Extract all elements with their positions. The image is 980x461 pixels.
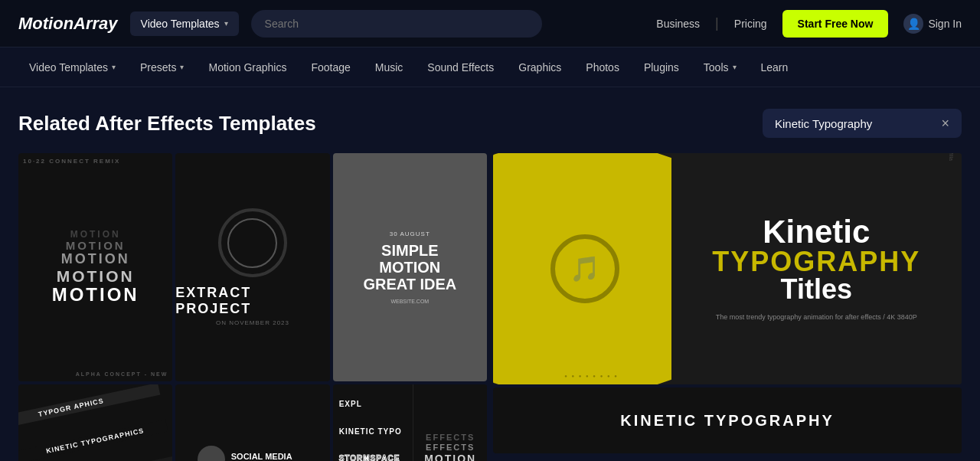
tools-label: Tools (704, 61, 729, 74)
motion-graphics-label: Motion Graphics (208, 61, 286, 74)
related-header: Related After Effects Templates Kinetic … (18, 109, 962, 138)
social-title: SOCIAL MEDIA (231, 452, 308, 461)
symbol-text: 🎵 (570, 254, 600, 283)
search-input[interactable] (251, 10, 542, 38)
kinetic-title-text: Kinetic (763, 216, 870, 248)
band-text: KINETIC TYPOGRAPHICS (18, 419, 168, 461)
chevron-down-icon: ▾ (224, 19, 228, 28)
top-nav: MotionArray Video Templates ▾ Business |… (0, 0, 980, 47)
chevron-down-icon: ▾ (112, 63, 116, 71)
inner-circle (227, 218, 277, 268)
simple-sub: WEBSITE.COM (363, 299, 456, 304)
watermark: TopografIlla (949, 153, 954, 161)
sidebar-item-graphics[interactable]: Graphics (508, 47, 572, 87)
search-chip[interactable]: Kinetic Typography × (763, 109, 962, 138)
video-templates-label: Video Templates (29, 61, 108, 74)
music-label: Music (375, 61, 403, 74)
photos-label: Photos (586, 61, 619, 74)
business-link[interactable]: Business (656, 18, 700, 30)
band-text: TYPOGR APHICS (18, 384, 161, 427)
sound-effects-label: Sound Effects (427, 61, 494, 74)
kinetic-bands: TYPOGR APHICS KINETIC TYPOGRAPHICS STORM… (18, 384, 172, 461)
page-title: Related After Effects Templates (18, 112, 316, 136)
sidebar-item-presets[interactable]: Presets ▾ (129, 47, 194, 87)
sidebar-item-footage[interactable]: Footage (300, 47, 361, 87)
user-icon: 👤 (903, 14, 923, 34)
secondary-nav: Video Templates ▾ Presets ▾ Motion Graph… (0, 47, 980, 87)
left-bottom-row: TYPOGR APHICS KINETIC TYPOGRAPHICS STORM… (18, 384, 487, 461)
dot-pattern: ● ● ● ● ● ● ● ● (493, 374, 690, 378)
date-top: 30 AUGUST (363, 230, 456, 237)
bottom-kt-content: KINETIC TYPOGRAPHY (493, 387, 962, 453)
pricing-link[interactable]: Pricing (734, 18, 767, 30)
kinetic-text-section: Kinetic TYPOGRAPHY Titles The most trend… (671, 153, 962, 384)
circle-icon: 🎵 (550, 234, 619, 303)
footage-label: Footage (311, 61, 350, 74)
template-thumbnail[interactable]: 30 AUGUST SIMPLEMOTIONGREAT IDEA WEBSITE… (333, 153, 487, 381)
sign-in-label: Sign In (928, 18, 962, 30)
kinetic-bottom-thumbnail[interactable]: KINETIC TYPOGRAPHY (493, 387, 962, 453)
effect-text: EFFECTS (426, 443, 475, 452)
start-free-button[interactable]: Start Free Now (782, 10, 889, 38)
circle-decoration (218, 208, 287, 277)
video-templates-dropdown[interactable]: Video Templates ▾ (130, 11, 239, 36)
sidebar-item-motion-graphics[interactable]: Motion Graphics (198, 47, 297, 87)
template-thumbnail[interactable]: SOCIAL MEDIA JESTER CRE • GRAND HOTEL (175, 384, 329, 461)
kinetic-typography-label: KINETIC TYPOGRAPHY (620, 412, 835, 430)
close-icon[interactable]: × (941, 116, 949, 130)
presets-label: Presets (140, 61, 176, 74)
social-text-block: SOCIAL MEDIA JESTER CRE • GRAND HOTEL (231, 452, 308, 462)
sidebar-item-video-templates[interactable]: Video Templates ▾ (18, 47, 126, 87)
sidebar-item-photos[interactable]: Photos (575, 47, 630, 87)
template-thumbnail[interactable]: 10·22 CONNECT REMIX MOTION MOTION MOTION… (18, 153, 172, 381)
kinetic-sub2-text: Titles (781, 276, 852, 303)
right-panel: 🎵 ● ● ● ● ● ● ● ● Kinetic TYPOGRAPHY Tit… (493, 153, 962, 461)
kinetic-subtitle-text: TYPOGRAPHY (712, 248, 920, 276)
effect-text: MOTION (424, 453, 476, 462)
left-panel: 10·22 CONNECT REMIX MOTION MOTION MOTION… (18, 153, 487, 461)
logo[interactable]: MotionArray (18, 14, 118, 34)
graphics-label: Graphics (518, 61, 561, 74)
template-thumbnail[interactable]: EXPL KINETIC TYPO STORMSPACE APICS 30 AU… (333, 384, 487, 461)
top-nav-right: Business | Pricing Start Free Now 👤 Sign… (656, 10, 962, 38)
simple-text: 30 AUGUST SIMPLEMOTIONGREAT IDEA WEBSITE… (363, 230, 456, 304)
sidebar-item-music[interactable]: Music (364, 47, 414, 87)
chevron-down-icon: ▾ (733, 63, 737, 71)
effects-column: EFFECTS EFFECTS MOTION EFFECTS EVENT TYP… (413, 384, 487, 461)
templates-grid: 10·22 CONNECT REMIX MOTION MOTION MOTION… (18, 153, 962, 461)
main-content: Related After Effects Templates Kinetic … (0, 87, 980, 461)
badge-text: 10·22 CONNECT REMIX (23, 158, 120, 165)
sidebar-item-plugins[interactable]: Plugins (633, 47, 690, 87)
search-chip-text: Kinetic Typography (775, 117, 933, 130)
left-top-row: 10·22 CONNECT REMIX MOTION MOTION MOTION… (18, 153, 487, 381)
kinetic-description: The most trendy typography animation for… (716, 312, 917, 322)
sidebar-item-sound-effects[interactable]: Sound Effects (416, 47, 505, 87)
divider: | (715, 15, 719, 31)
learn-label: Learn (761, 61, 789, 74)
sign-in[interactable]: 👤 Sign In (903, 14, 962, 34)
date-text: ALPHA CONCEPT - NEW (76, 371, 168, 377)
extract-content: EXTRACT PROJECT ON NOVEMBER 2023 (175, 153, 329, 381)
simple-title: SIMPLEMOTIONGREAT IDEA (363, 242, 456, 293)
plugins-label: Plugins (644, 61, 679, 74)
sidebar-item-tools[interactable]: Tools ▾ (693, 47, 747, 87)
extract-subtitle: ON NOVEMBER 2023 (216, 319, 289, 326)
sidebar-item-learn[interactable]: Learn (750, 47, 799, 87)
extract-title: EXTRACT PROJECT (175, 285, 329, 317)
social-avatar (198, 446, 225, 461)
chevron-down-icon: ▾ (180, 63, 184, 71)
kinetic-typography-thumbnail[interactable]: 🎵 ● ● ● ● ● ● ● ● Kinetic TYPOGRAPHY Tit… (493, 153, 962, 384)
motion-text-stack: MOTION MOTION MOTION MOTION MOTION (52, 230, 139, 306)
dropdown-label: Video Templates (141, 18, 220, 30)
logo-text: MotionArray (18, 14, 118, 33)
template-thumbnail[interactable]: EXTRACT PROJECT ON NOVEMBER 2023 (175, 153, 329, 381)
effect-text: EFFECTS (426, 433, 475, 442)
template-thumbnail[interactable]: TYPOGR APHICS KINETIC TYPOGRAPHICS STORM… (18, 384, 172, 461)
search-bar (251, 10, 542, 38)
yellow-section: 🎵 ● ● ● ● ● ● ● ● (493, 153, 690, 384)
